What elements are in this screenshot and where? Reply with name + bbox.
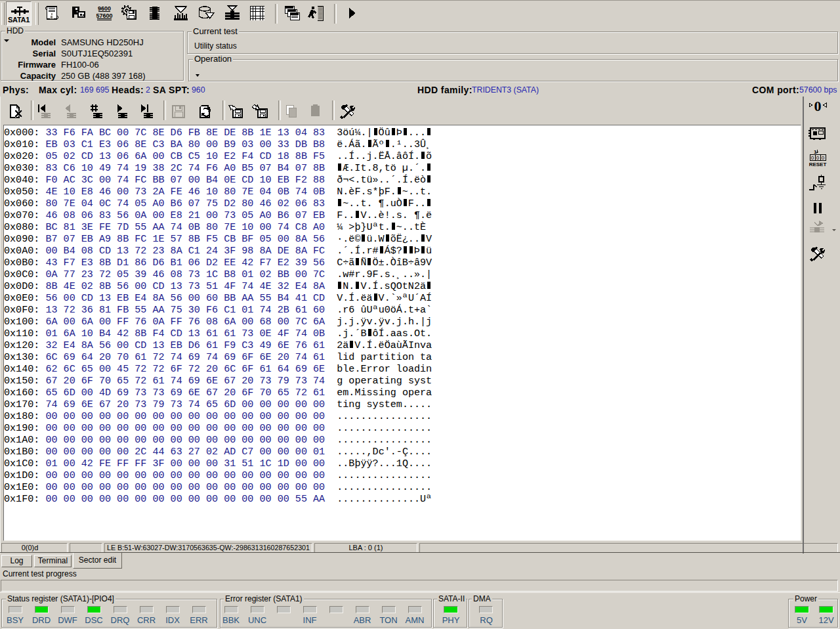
svg-text:0: 0 [816,155,820,161]
svg-text:0: 0 [822,155,825,161]
svg-text:9600: 9600 [98,5,111,12]
svg-text:57600: 57600 [96,12,112,19]
svg-text:0: 0 [814,98,822,114]
svg-text:0: 0 [811,155,814,161]
svg-text:RESET: RESET [809,162,827,167]
